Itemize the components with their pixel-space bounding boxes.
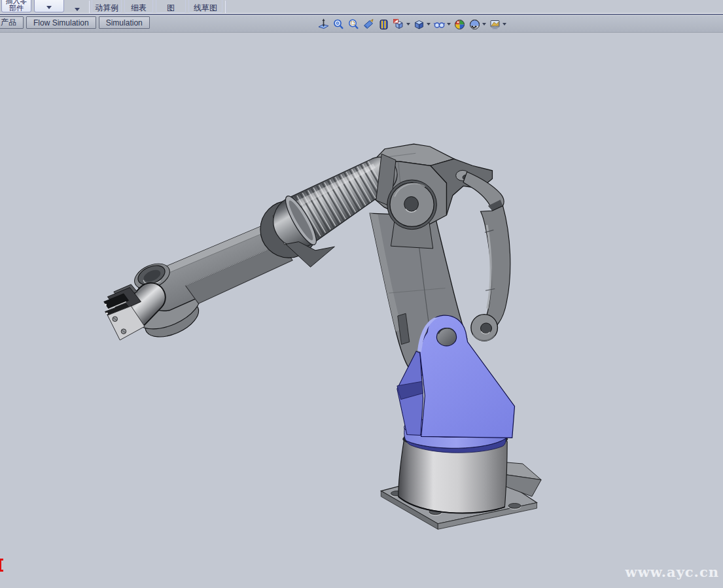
command-label: 动算例 bbox=[95, 3, 118, 12]
toolbar-separator bbox=[225, 1, 226, 13]
command-label: 图 bbox=[167, 3, 175, 12]
edit-appearance-icon[interactable] bbox=[453, 18, 467, 31]
command-button-exploded-view[interactable]: 图 bbox=[156, 0, 186, 13]
command-button-motion-study[interactable]: 动算例 bbox=[92, 0, 122, 13]
red-axis-marker bbox=[0, 559, 4, 572]
command-manager-row: 插入零 部件 动算例 细表 图 线草图 bbox=[0, 0, 723, 15]
command-dropdown-button-2[interactable] bbox=[68, 0, 86, 14]
dropdown-arrow-icon bbox=[406, 23, 410, 26]
tab-flow-simulation[interactable]: Flow Simulation bbox=[26, 16, 96, 29]
display-style-icon[interactable] bbox=[412, 18, 431, 31]
tab-label: Flow Simulation bbox=[33, 18, 89, 27]
dropdown-arrow-icon bbox=[447, 23, 451, 26]
dropdown-arrow-icon bbox=[46, 6, 52, 9]
command-tab-strip: 产品 Flow Simulation Simulation bbox=[0, 15, 723, 32]
graphics-area[interactable] bbox=[0, 33, 723, 588]
tab-label: 产品 bbox=[1, 17, 16, 28]
insert-component-button[interactable]: 插入零 部件 bbox=[1, 0, 31, 12]
apply-scene-icon[interactable] bbox=[468, 18, 487, 31]
command-label: 线草图 bbox=[194, 3, 217, 12]
command-dropdown-button-1[interactable] bbox=[34, 0, 64, 12]
dropdown-arrow-icon bbox=[503, 23, 506, 26]
robot-linkage-rod[interactable] bbox=[463, 172, 510, 329]
insert-component-label-line2: 部件 bbox=[9, 5, 24, 12]
section-view-icon[interactable] bbox=[377, 18, 391, 31]
tab-label: Simulation bbox=[106, 18, 143, 27]
tab-office-products[interactable]: 产品 bbox=[0, 16, 24, 29]
zoom-to-area-icon[interactable] bbox=[347, 18, 361, 31]
previous-view-icon[interactable] bbox=[362, 18, 376, 31]
dropdown-arrow-icon bbox=[482, 23, 486, 26]
heads-up-view-toolbar bbox=[317, 18, 507, 31]
zoom-to-fit-icon[interactable] bbox=[332, 18, 345, 31]
view-orientation-icon[interactable] bbox=[392, 18, 411, 31]
view-settings-icon[interactable] bbox=[488, 18, 507, 31]
normal-to-icon[interactable] bbox=[317, 18, 330, 31]
tab-group: 产品 Flow Simulation Simulation bbox=[0, 16, 150, 29]
robot-linkage-boss[interactable] bbox=[471, 315, 498, 341]
robot-elbow-clevis[interactable] bbox=[387, 180, 437, 249]
dropdown-arrow-icon bbox=[75, 8, 80, 11]
viewport[interactable]: www.ayc.cn bbox=[0, 32, 723, 588]
hide-show-items-icon[interactable] bbox=[432, 18, 451, 31]
command-button-bom[interactable]: 细表 bbox=[124, 0, 153, 13]
dropdown-arrow-icon bbox=[427, 23, 431, 26]
watermark: www.ayc.cn bbox=[626, 564, 719, 580]
command-label: 细表 bbox=[131, 3, 147, 12]
tab-simulation[interactable]: Simulation bbox=[99, 16, 150, 29]
toolbar-separator bbox=[89, 1, 90, 13]
command-button-explode-line-sketch[interactable]: 线草图 bbox=[188, 0, 222, 13]
